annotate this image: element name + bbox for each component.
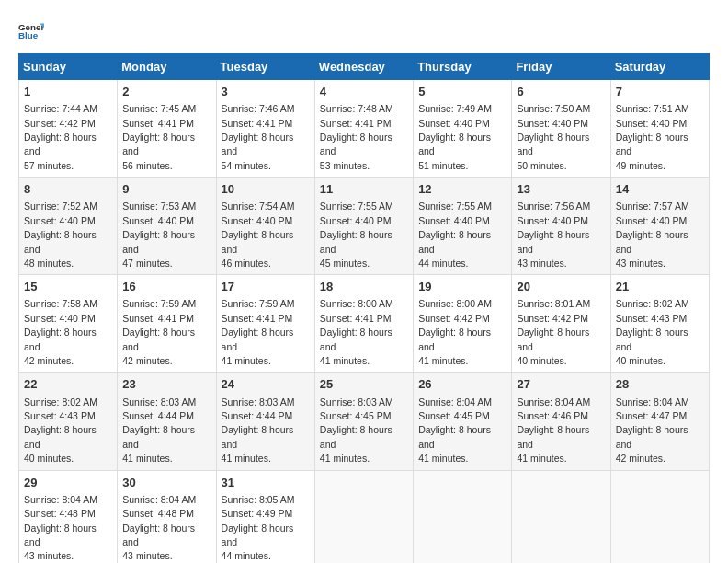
calendar-cell: 31Sunrise: 8:05 AMSunset: 4:49 PMDayligh… [216, 470, 314, 563]
day-number: 19 [418, 279, 506, 295]
calendar-cell: 25Sunrise: 8:03 AMSunset: 4:45 PMDayligh… [314, 373, 413, 470]
day-number: 30 [122, 475, 210, 491]
day-info: Sunrise: 8:03 AMSunset: 4:44 PMDaylight:… [122, 396, 196, 465]
calendar-cell: 18Sunrise: 8:00 AMSunset: 4:41 PMDayligh… [314, 275, 413, 373]
calendar-cell: 17Sunrise: 7:59 AMSunset: 4:41 PMDayligh… [216, 275, 314, 373]
day-number: 23 [122, 376, 210, 393]
calendar-cell: 14Sunrise: 7:57 AMSunset: 4:40 PMDayligh… [610, 178, 709, 275]
calendar-cell: 21Sunrise: 8:02 AMSunset: 4:43 PMDayligh… [610, 275, 709, 373]
calendar-cell: 4Sunrise: 7:48 AMSunset: 4:41 PMDaylight… [314, 80, 413, 178]
day-info: Sunrise: 8:04 AMSunset: 4:48 PMDaylight:… [122, 494, 196, 562]
calendar-cell: 28Sunrise: 8:04 AMSunset: 4:47 PMDayligh… [610, 373, 709, 470]
day-number: 15 [24, 279, 112, 295]
day-info: Sunrise: 7:59 AMSunset: 4:41 PMDaylight:… [222, 298, 295, 366]
calendar-week-3: 15Sunrise: 7:58 AMSunset: 4:40 PMDayligh… [19, 275, 710, 373]
day-number: 14 [616, 181, 704, 198]
page-header: General Blue [18, 18, 710, 44]
calendar-week-2: 8Sunrise: 7:52 AMSunset: 4:40 PMDaylight… [19, 178, 710, 275]
day-info: Sunrise: 7:55 AMSunset: 4:40 PMDaylight:… [418, 201, 492, 269]
calendar-week-1: 1Sunrise: 7:44 AMSunset: 4:42 PMDaylight… [19, 80, 710, 178]
calendar-week-4: 22Sunrise: 8:02 AMSunset: 4:43 PMDayligh… [19, 373, 710, 470]
header-saturday: Saturday [610, 54, 709, 80]
day-info: Sunrise: 8:00 AMSunset: 4:41 PMDaylight:… [320, 298, 393, 366]
day-number: 9 [122, 181, 210, 198]
calendar-cell: 6Sunrise: 7:50 AMSunset: 4:40 PMDaylight… [512, 80, 610, 178]
day-number: 16 [122, 279, 210, 295]
day-number: 28 [616, 376, 704, 393]
header-monday: Monday [118, 54, 216, 80]
day-number: 10 [222, 181, 310, 198]
calendar-cell: 10Sunrise: 7:54 AMSunset: 4:40 PMDayligh… [216, 178, 314, 275]
day-number: 20 [517, 279, 605, 295]
day-number: 3 [222, 84, 310, 100]
day-info: Sunrise: 8:04 AMSunset: 4:48 PMDaylight:… [24, 494, 97, 562]
day-info: Sunrise: 8:00 AMSunset: 4:42 PMDaylight:… [418, 298, 492, 366]
calendar-cell: 29Sunrise: 8:04 AMSunset: 4:48 PMDayligh… [19, 470, 118, 563]
day-number: 18 [320, 279, 408, 295]
day-info: Sunrise: 8:01 AMSunset: 4:42 PMDaylight:… [517, 298, 590, 366]
day-number: 24 [222, 376, 310, 393]
day-info: Sunrise: 8:05 AMSunset: 4:49 PMDaylight:… [222, 494, 295, 562]
day-number: 4 [320, 84, 408, 100]
calendar-cell [414, 470, 512, 563]
day-number: 13 [517, 181, 605, 198]
calendar-cell: 5Sunrise: 7:49 AMSunset: 4:40 PMDaylight… [414, 80, 512, 178]
day-info: Sunrise: 7:56 AMSunset: 4:40 PMDaylight:… [517, 201, 590, 269]
day-info: Sunrise: 7:57 AMSunset: 4:40 PMDaylight:… [616, 201, 689, 269]
calendar-cell: 9Sunrise: 7:53 AMSunset: 4:40 PMDaylight… [118, 178, 216, 275]
day-number: 31 [222, 475, 310, 491]
calendar-cell: 15Sunrise: 7:58 AMSunset: 4:40 PMDayligh… [19, 275, 118, 373]
calendar-header-row: SundayMondayTuesdayWednesdayThursdayFrid… [19, 54, 710, 80]
day-info: Sunrise: 7:59 AMSunset: 4:41 PMDaylight:… [122, 298, 196, 366]
day-number: 17 [222, 279, 310, 295]
calendar-cell: 12Sunrise: 7:55 AMSunset: 4:40 PMDayligh… [414, 178, 512, 275]
calendar-cell [314, 470, 413, 563]
day-info: Sunrise: 7:49 AMSunset: 4:40 PMDaylight:… [418, 103, 492, 171]
day-number: 7 [616, 84, 704, 100]
header-friday: Friday [512, 54, 610, 80]
day-info: Sunrise: 7:48 AMSunset: 4:41 PMDaylight:… [320, 103, 393, 171]
calendar-cell: 27Sunrise: 8:04 AMSunset: 4:46 PMDayligh… [512, 373, 610, 470]
day-info: Sunrise: 8:04 AMSunset: 4:45 PMDaylight:… [418, 396, 492, 465]
calendar-cell: 13Sunrise: 7:56 AMSunset: 4:40 PMDayligh… [512, 178, 610, 275]
calendar-cell: 30Sunrise: 8:04 AMSunset: 4:48 PMDayligh… [118, 470, 216, 563]
calendar-cell: 26Sunrise: 8:04 AMSunset: 4:45 PMDayligh… [414, 373, 512, 470]
header-tuesday: Tuesday [216, 54, 314, 80]
day-info: Sunrise: 7:55 AMSunset: 4:40 PMDaylight:… [320, 201, 393, 269]
calendar-cell: 22Sunrise: 8:02 AMSunset: 4:43 PMDayligh… [19, 373, 118, 470]
calendar-cell: 8Sunrise: 7:52 AMSunset: 4:40 PMDaylight… [19, 178, 118, 275]
day-info: Sunrise: 8:04 AMSunset: 4:46 PMDaylight:… [517, 396, 590, 465]
header-sunday: Sunday [19, 54, 118, 80]
day-number: 11 [320, 181, 408, 198]
calendar-cell: 2Sunrise: 7:45 AMSunset: 4:41 PMDaylight… [118, 80, 216, 178]
day-number: 6 [517, 84, 605, 100]
day-info: Sunrise: 8:02 AMSunset: 4:43 PMDaylight:… [24, 396, 97, 465]
day-info: Sunrise: 7:46 AMSunset: 4:41 PMDaylight:… [222, 103, 295, 171]
day-info: Sunrise: 7:44 AMSunset: 4:42 PMDaylight:… [24, 103, 97, 171]
calendar-cell: 1Sunrise: 7:44 AMSunset: 4:42 PMDaylight… [19, 80, 118, 178]
day-info: Sunrise: 7:51 AMSunset: 4:40 PMDaylight:… [616, 103, 689, 171]
calendar-cell: 24Sunrise: 8:03 AMSunset: 4:44 PMDayligh… [216, 373, 314, 470]
day-number: 27 [517, 376, 605, 393]
logo: General Blue [18, 18, 44, 44]
day-number: 21 [616, 279, 704, 295]
calendar-cell: 7Sunrise: 7:51 AMSunset: 4:40 PMDaylight… [610, 80, 709, 178]
day-info: Sunrise: 7:52 AMSunset: 4:40 PMDaylight:… [24, 201, 97, 269]
day-info: Sunrise: 8:03 AMSunset: 4:45 PMDaylight:… [320, 396, 393, 465]
calendar-cell [512, 470, 610, 563]
header-wednesday: Wednesday [314, 54, 413, 80]
calendar-week-5: 29Sunrise: 8:04 AMSunset: 4:48 PMDayligh… [19, 470, 710, 563]
calendar-cell: 11Sunrise: 7:55 AMSunset: 4:40 PMDayligh… [314, 178, 413, 275]
day-info: Sunrise: 8:02 AMSunset: 4:43 PMDaylight:… [616, 298, 689, 366]
svg-text:Blue: Blue [18, 30, 39, 40]
day-info: Sunrise: 7:45 AMSunset: 4:41 PMDaylight:… [122, 103, 196, 171]
calendar-cell: 16Sunrise: 7:59 AMSunset: 4:41 PMDayligh… [118, 275, 216, 373]
day-number: 8 [24, 181, 112, 198]
day-info: Sunrise: 8:04 AMSunset: 4:47 PMDaylight:… [616, 396, 689, 465]
day-info: Sunrise: 7:58 AMSunset: 4:40 PMDaylight:… [24, 298, 97, 366]
calendar-cell: 20Sunrise: 8:01 AMSunset: 4:42 PMDayligh… [512, 275, 610, 373]
day-number: 26 [418, 376, 506, 393]
day-info: Sunrise: 7:53 AMSunset: 4:40 PMDaylight:… [122, 201, 196, 269]
day-number: 1 [24, 84, 112, 100]
calendar-cell: 3Sunrise: 7:46 AMSunset: 4:41 PMDaylight… [216, 80, 314, 178]
